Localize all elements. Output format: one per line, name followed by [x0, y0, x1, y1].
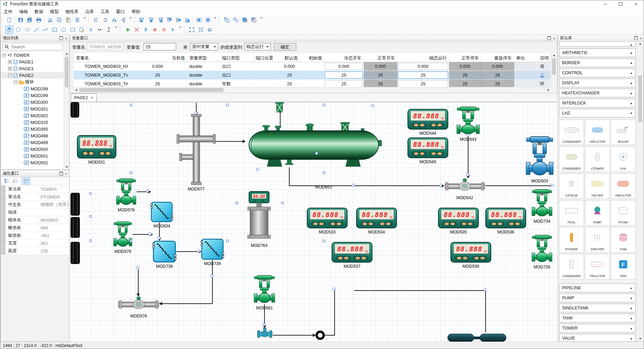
tree-item-MOD301[interactable]: ANMOD301	[1, 105, 63, 112]
flip-v-icon[interactable]	[119, 16, 128, 24]
column-header[interactable]: 变量名	[74, 53, 128, 62]
module-MOD739[interactable]	[201, 238, 224, 260]
module-MOD531[interactable]: 88.888 °C	[77, 135, 116, 159]
curve-icon[interactable]	[41, 26, 50, 34]
module-MOD543[interactable]	[456, 106, 480, 136]
selection-handle[interactable]	[89, 215, 92, 218]
points-icon[interactable]	[96, 26, 104, 34]
selection-handle[interactable]	[130, 104, 132, 106]
module-MOD544[interactable]: 88.888 °C	[407, 109, 448, 130]
module-darkbar[interactable]	[70, 217, 80, 238]
module-MOD536[interactable]: 88.888 °C	[485, 208, 526, 228]
connection-port[interactable]	[197, 250, 200, 253]
ungroup-icon[interactable]	[232, 16, 240, 24]
dist-v-icon[interactable]	[204, 16, 212, 24]
selection-handle[interactable]	[323, 104, 325, 106]
property-row[interactable]: 算法库TOWER	[1, 185, 69, 193]
tree-item-模块[interactable]: 模块	[1, 79, 63, 85]
pan-icon[interactable]	[5, 26, 13, 34]
library-item-BOILER[interactable]: BOILER	[611, 120, 636, 145]
panel-close-icon[interactable]: ×	[65, 37, 67, 40]
menu-item-0[interactable]: 文件	[0, 8, 16, 15]
library-group-TANK[interactable]: TANK▲	[559, 314, 636, 322]
tree-item-PAGE3[interactable]: PAGE3	[1, 65, 63, 72]
library-item-GSTEAM[interactable]: GSTEAM	[559, 173, 584, 199]
selection-handle[interactable]	[226, 240, 229, 242]
column-header[interactable]: 冷态开车	[324, 53, 364, 62]
image-icon[interactable]	[50, 26, 59, 34]
module-MOD503[interactable]	[525, 136, 554, 177]
column-header[interactable]: 正常开车	[364, 53, 397, 62]
tree-scrollbar[interactable]	[64, 52, 69, 169]
menu-item-7[interactable]: 窗口	[113, 8, 128, 15]
property-row[interactable]: 中文名精馏塔（泡罩点）	[1, 201, 69, 209]
tree-expander-icon[interactable]	[8, 60, 12, 64]
table-row[interactable]: TOWER_MOD603_HXP0.000double出口0.0000.0000…	[74, 62, 551, 71]
library-item-POOL[interactable]: POOL	[559, 200, 584, 226]
module-MOD734[interactable]	[531, 189, 553, 218]
rectangle-icon[interactable]	[68, 26, 77, 34]
column-header[interactable]: 稳态运行	[397, 53, 449, 62]
init-icon[interactable]	[142, 26, 150, 34]
tree-item-MOD325[interactable]: ANMOD325	[1, 119, 63, 126]
library-group-BORDER[interactable]: BORDER▲	[559, 58, 636, 67]
column-header[interactable]: 当前值	[128, 53, 187, 62]
connection-port[interactable]	[466, 173, 469, 176]
module-MOD542[interactable]	[444, 178, 485, 194]
connection-port[interactable]	[484, 288, 487, 291]
library-item-CONDENSER[interactable]: CONDENSER	[559, 146, 584, 172]
module-darkbar[interactable]	[70, 242, 80, 264]
property-row[interactable]: 算法名PTOWER	[1, 193, 69, 201]
module-MOD545[interactable]: 88.888 °C	[407, 137, 448, 158]
pause-icon[interactable]	[160, 26, 168, 34]
tree-expander-icon[interactable]	[8, 74, 12, 77]
toolbar-overflow-icon[interactable]: »	[84, 15, 86, 19]
library-item-FAN[interactable]: FAN	[611, 146, 636, 172]
column-header[interactable]: 端口位置	[254, 53, 279, 62]
library-group-CONTROL[interactable]: CONTROL▲	[559, 69, 636, 77]
module-vessel[interactable]	[246, 122, 382, 167]
paste-icon[interactable]	[64, 16, 72, 24]
tree-item-MOD498[interactable]: ANMOD498	[1, 132, 63, 139]
module-MOD576[interactable]	[118, 296, 159, 312]
stop-icon[interactable]	[151, 26, 159, 34]
search-input[interactable]	[10, 44, 62, 50]
dist-h-icon[interactable]	[195, 16, 203, 24]
menu-item-3[interactable]: 模型	[47, 8, 62, 15]
library-group-partial[interactable]: ▲	[559, 42, 636, 47]
panel-close-icon[interactable]: ×	[65, 172, 67, 175]
property-view-icon[interactable]	[22, 177, 30, 185]
connection-port[interactable]	[194, 112, 197, 115]
print-icon[interactable]	[35, 16, 43, 24]
library-group-VALVE[interactable]: VALVE▲	[559, 334, 636, 341]
scope-select[interactable]: 选中变量	[190, 43, 218, 50]
rotate-right-icon[interactable]	[101, 16, 109, 24]
panel-close-icon[interactable]: ×	[553, 37, 555, 40]
tree-item-PAGE2[interactable]: PAGE2	[1, 72, 63, 79]
tree-item-MOD300[interactable]: ANMOD300	[1, 99, 63, 105]
menu-item-8[interactable]: 帮助	[128, 8, 144, 15]
connection-port[interactable]	[466, 134, 469, 137]
dimension-icon[interactable]	[105, 26, 113, 34]
property-row[interactable]: 横坐标694	[1, 224, 69, 232]
maximize-icon[interactable]	[613, 0, 628, 8]
selection-handle[interactable]	[226, 104, 229, 106]
menu-item-5[interactable]: 点库	[82, 8, 97, 15]
mode-select[interactable]: 稳态运行	[244, 43, 271, 50]
save-all-icon[interactable]	[26, 16, 34, 24]
column-header[interactable]: 默认值	[279, 53, 300, 62]
rotate-left-icon[interactable]	[92, 16, 100, 24]
tree-item-MOD499[interactable]: ANMOD499	[1, 139, 63, 146]
column-header[interactable]: 初始值	[300, 53, 324, 62]
menu-item-1[interactable]: 编辑	[16, 8, 31, 15]
library-item-SHEATER[interactable]: SHEATER	[585, 227, 610, 253]
tree-item-TOWER[interactable]: TOWER	[1, 52, 63, 58]
tree-expander-icon[interactable]	[14, 80, 17, 84]
toolbar-overflow-icon[interactable]: »	[179, 25, 181, 29]
tree-expander-icon[interactable]	[2, 53, 6, 57]
module-MOD578[interactable]	[116, 178, 137, 206]
selection-handle[interactable]	[89, 192, 92, 195]
sort-az-icon[interactable]	[11, 177, 19, 185]
module-tealvalve[interactable]	[257, 328, 273, 342]
annotate-icon[interactable]	[78, 26, 86, 34]
